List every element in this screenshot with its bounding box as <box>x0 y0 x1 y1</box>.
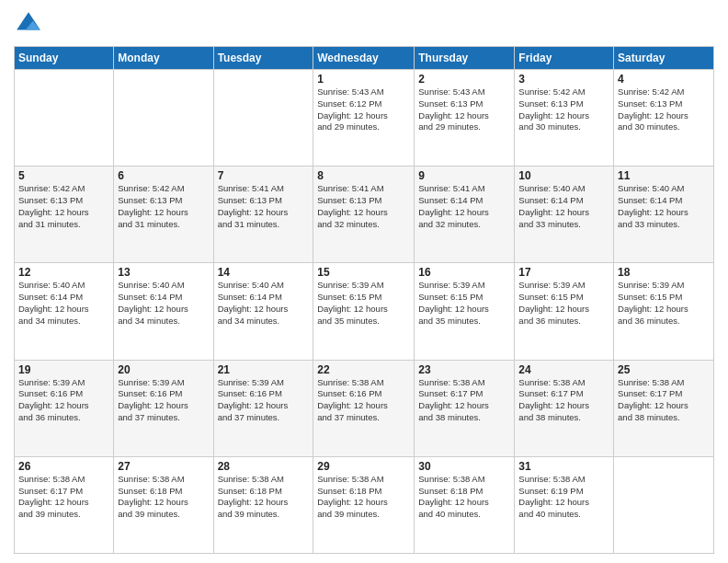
page: SundayMondayTuesdayWednesdayThursdayFrid… <box>0 0 728 563</box>
day-info: Sunrise: 5:39 AM Sunset: 6:16 PM Dayligh… <box>118 377 209 424</box>
day-number: 24 <box>518 363 609 376</box>
day-number: 22 <box>317 363 410 376</box>
day-cell: 7Sunrise: 5:41 AM Sunset: 6:13 PM Daylig… <box>213 167 313 263</box>
day-cell: 5Sunrise: 5:42 AM Sunset: 6:13 PM Daylig… <box>15 167 114 263</box>
logo-icon <box>14 9 43 39</box>
day-info: Sunrise: 5:41 AM Sunset: 6:13 PM Dayligh… <box>218 183 310 230</box>
day-number: 26 <box>18 460 109 473</box>
day-number: 28 <box>218 460 310 473</box>
day-number: 7 <box>218 169 310 182</box>
day-number: 3 <box>518 73 609 86</box>
day-info: Sunrise: 5:41 AM Sunset: 6:14 PM Dayligh… <box>418 183 510 230</box>
day-number: 31 <box>518 460 609 473</box>
day-cell: 2Sunrise: 5:43 AM Sunset: 6:13 PM Daylig… <box>415 70 515 167</box>
day-cell: 22Sunrise: 5:38 AM Sunset: 6:16 PM Dayli… <box>313 360 415 456</box>
day-number: 12 <box>18 266 109 279</box>
day-number: 13 <box>118 266 209 279</box>
day-cell: 13Sunrise: 5:40 AM Sunset: 6:14 PM Dayli… <box>114 263 213 360</box>
day-number: 25 <box>618 363 710 376</box>
day-number: 11 <box>618 169 710 182</box>
day-number: 27 <box>118 460 209 473</box>
day-number: 10 <box>518 169 609 182</box>
day-info: Sunrise: 5:38 AM Sunset: 6:18 PM Dayligh… <box>418 474 510 521</box>
day-number: 19 <box>18 363 109 376</box>
day-number: 1 <box>317 73 410 86</box>
day-info: Sunrise: 5:42 AM Sunset: 6:13 PM Dayligh… <box>518 86 609 133</box>
day-cell: 25Sunrise: 5:38 AM Sunset: 6:17 PM Dayli… <box>614 360 714 456</box>
day-number: 4 <box>618 73 710 86</box>
day-cell <box>213 70 313 167</box>
day-info: Sunrise: 5:43 AM Sunset: 6:12 PM Dayligh… <box>317 86 410 133</box>
weekday-header-friday: Friday <box>515 47 614 70</box>
day-info: Sunrise: 5:38 AM Sunset: 6:17 PM Dayligh… <box>18 474 109 521</box>
day-cell: 28Sunrise: 5:38 AM Sunset: 6:18 PM Dayli… <box>213 456 313 553</box>
day-number: 16 <box>418 266 510 279</box>
weekday-header-saturday: Saturday <box>614 47 714 70</box>
day-cell: 26Sunrise: 5:38 AM Sunset: 6:17 PM Dayli… <box>15 456 114 553</box>
day-info: Sunrise: 5:42 AM Sunset: 6:13 PM Dayligh… <box>118 183 209 230</box>
day-cell: 30Sunrise: 5:38 AM Sunset: 6:18 PM Dayli… <box>415 456 515 553</box>
weekday-header-thursday: Thursday <box>415 47 515 70</box>
day-info: Sunrise: 5:38 AM Sunset: 6:17 PM Dayligh… <box>518 377 609 424</box>
day-cell: 4Sunrise: 5:42 AM Sunset: 6:13 PM Daylig… <box>614 70 714 167</box>
day-cell: 11Sunrise: 5:40 AM Sunset: 6:14 PM Dayli… <box>614 167 714 263</box>
day-cell: 9Sunrise: 5:41 AM Sunset: 6:14 PM Daylig… <box>415 167 515 263</box>
week-row-4: 19Sunrise: 5:39 AM Sunset: 6:16 PM Dayli… <box>15 360 714 456</box>
day-info: Sunrise: 5:40 AM Sunset: 6:14 PM Dayligh… <box>218 280 310 327</box>
day-info: Sunrise: 5:38 AM Sunset: 6:18 PM Dayligh… <box>118 474 209 521</box>
day-cell: 3Sunrise: 5:42 AM Sunset: 6:13 PM Daylig… <box>515 70 614 167</box>
header <box>14 9 714 39</box>
day-info: Sunrise: 5:43 AM Sunset: 6:13 PM Dayligh… <box>418 86 510 133</box>
day-cell <box>114 70 213 167</box>
day-cell: 17Sunrise: 5:39 AM Sunset: 6:15 PM Dayli… <box>515 263 614 360</box>
day-cell: 18Sunrise: 5:39 AM Sunset: 6:15 PM Dayli… <box>614 263 714 360</box>
weekday-header-row: SundayMondayTuesdayWednesdayThursdayFrid… <box>15 47 714 70</box>
day-cell: 10Sunrise: 5:40 AM Sunset: 6:14 PM Dayli… <box>515 167 614 263</box>
day-cell: 19Sunrise: 5:39 AM Sunset: 6:16 PM Dayli… <box>15 360 114 456</box>
day-number: 17 <box>518 266 609 279</box>
day-info: Sunrise: 5:38 AM Sunset: 6:17 PM Dayligh… <box>418 377 510 424</box>
day-info: Sunrise: 5:39 AM Sunset: 6:15 PM Dayligh… <box>618 280 710 327</box>
day-number: 14 <box>218 266 310 279</box>
day-cell <box>614 456 714 553</box>
day-cell: 6Sunrise: 5:42 AM Sunset: 6:13 PM Daylig… <box>114 167 213 263</box>
day-cell: 15Sunrise: 5:39 AM Sunset: 6:15 PM Dayli… <box>313 263 415 360</box>
day-number: 5 <box>18 169 109 182</box>
day-cell: 12Sunrise: 5:40 AM Sunset: 6:14 PM Dayli… <box>15 263 114 360</box>
day-cell: 29Sunrise: 5:38 AM Sunset: 6:18 PM Dayli… <box>313 456 415 553</box>
day-number: 30 <box>418 460 510 473</box>
day-cell: 21Sunrise: 5:39 AM Sunset: 6:16 PM Dayli… <box>213 360 313 456</box>
week-row-2: 5Sunrise: 5:42 AM Sunset: 6:13 PM Daylig… <box>15 167 714 263</box>
day-info: Sunrise: 5:39 AM Sunset: 6:16 PM Dayligh… <box>18 377 109 424</box>
day-number: 18 <box>618 266 710 279</box>
day-number: 6 <box>118 169 209 182</box>
day-info: Sunrise: 5:39 AM Sunset: 6:15 PM Dayligh… <box>418 280 510 327</box>
day-number: 15 <box>317 266 410 279</box>
day-cell: 1Sunrise: 5:43 AM Sunset: 6:12 PM Daylig… <box>313 70 415 167</box>
day-info: Sunrise: 5:42 AM Sunset: 6:13 PM Dayligh… <box>618 86 710 133</box>
day-cell: 31Sunrise: 5:38 AM Sunset: 6:19 PM Dayli… <box>515 456 614 553</box>
day-info: Sunrise: 5:39 AM Sunset: 6:15 PM Dayligh… <box>317 280 410 327</box>
day-info: Sunrise: 5:40 AM Sunset: 6:14 PM Dayligh… <box>18 280 109 327</box>
day-info: Sunrise: 5:39 AM Sunset: 6:15 PM Dayligh… <box>518 280 609 327</box>
day-info: Sunrise: 5:40 AM Sunset: 6:14 PM Dayligh… <box>118 280 209 327</box>
day-cell: 24Sunrise: 5:38 AM Sunset: 6:17 PM Dayli… <box>515 360 614 456</box>
day-number: 8 <box>317 169 410 182</box>
day-number: 9 <box>418 169 510 182</box>
day-cell: 8Sunrise: 5:41 AM Sunset: 6:13 PM Daylig… <box>313 167 415 263</box>
week-row-5: 26Sunrise: 5:38 AM Sunset: 6:17 PM Dayli… <box>15 456 714 553</box>
day-cell <box>15 70 114 167</box>
day-info: Sunrise: 5:38 AM Sunset: 6:18 PM Dayligh… <box>317 474 410 521</box>
day-info: Sunrise: 5:41 AM Sunset: 6:13 PM Dayligh… <box>317 183 410 230</box>
day-cell: 20Sunrise: 5:39 AM Sunset: 6:16 PM Dayli… <box>114 360 213 456</box>
day-number: 29 <box>317 460 410 473</box>
day-cell: 14Sunrise: 5:40 AM Sunset: 6:14 PM Dayli… <box>213 263 313 360</box>
day-info: Sunrise: 5:40 AM Sunset: 6:14 PM Dayligh… <box>518 183 609 230</box>
day-info: Sunrise: 5:38 AM Sunset: 6:17 PM Dayligh… <box>618 377 710 424</box>
day-info: Sunrise: 5:38 AM Sunset: 6:18 PM Dayligh… <box>218 474 310 521</box>
day-number: 23 <box>418 363 510 376</box>
day-number: 2 <box>418 73 510 86</box>
day-number: 20 <box>118 363 209 376</box>
day-info: Sunrise: 5:38 AM Sunset: 6:19 PM Dayligh… <box>518 474 609 521</box>
day-info: Sunrise: 5:39 AM Sunset: 6:16 PM Dayligh… <box>218 377 310 424</box>
